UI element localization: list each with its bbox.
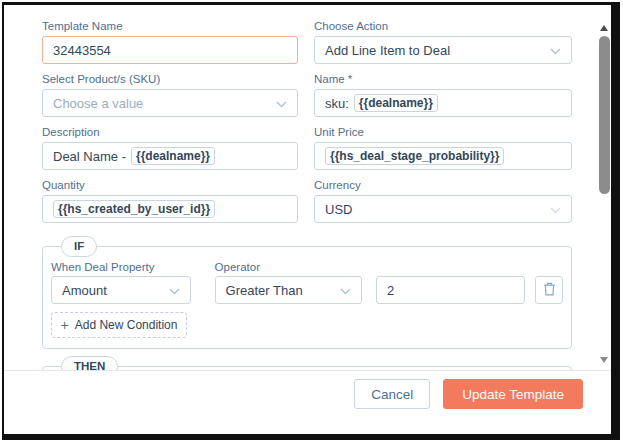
chevron-down-icon bbox=[550, 43, 561, 58]
if-badge: IF bbox=[61, 236, 97, 257]
quantity-input[interactable]: {{hs_created_by_user_id}} bbox=[42, 195, 298, 223]
chevron-down-icon bbox=[276, 96, 287, 111]
add-new-condition-label: Add New Condition bbox=[75, 318, 178, 332]
cancel-button[interactable]: Cancel bbox=[354, 379, 430, 409]
vertical-scrollbar bbox=[598, 5, 611, 370]
unit-price-input[interactable]: {{hs_deal_stage_probability}} bbox=[314, 142, 572, 170]
field-currency: Currency USD bbox=[314, 179, 572, 223]
created-by-user-id-token: {{hs_created_by_user_id}} bbox=[53, 200, 215, 218]
description-label: Description bbox=[42, 126, 298, 139]
chevron-down-icon bbox=[340, 283, 351, 298]
choose-action-select[interactable]: Add Line Item to Deal bbox=[314, 36, 572, 64]
condition-value-field bbox=[376, 276, 525, 304]
name-prefix-text: sku: bbox=[325, 96, 349, 111]
currency-label: Currency bbox=[314, 179, 572, 192]
modal-footer: Cancel Update Template bbox=[4, 370, 611, 434]
unit-price-label: Unit Price bbox=[314, 126, 572, 139]
name-label: Name * bbox=[314, 73, 572, 86]
choose-action-label: Choose Action bbox=[314, 20, 572, 33]
scroll-up-icon[interactable] bbox=[600, 25, 608, 31]
field-unit-price: Unit Price {{hs_deal_stage_probability}} bbox=[314, 126, 572, 170]
field-template-name: Template Name bbox=[42, 20, 298, 64]
update-template-button[interactable]: Update Template bbox=[443, 379, 583, 409]
select-products-placeholder: Choose a value bbox=[53, 96, 143, 111]
field-choose-action: Choose Action Add Line Item to Deal bbox=[314, 20, 572, 64]
condition-operator-field: Operator Greater Than bbox=[215, 261, 362, 304]
description-input[interactable]: Deal Name - {{dealname}} bbox=[42, 142, 298, 170]
plus-icon: + bbox=[61, 318, 69, 332]
chevron-down-icon bbox=[550, 202, 561, 217]
scrollbar-thumb[interactable] bbox=[599, 36, 610, 194]
delete-condition-button[interactable] bbox=[535, 276, 563, 304]
when-deal-property-value: Amount bbox=[62, 283, 107, 298]
dealname-token: {{dealname}} bbox=[354, 94, 438, 112]
if-section: IF When Deal Property Amount Operator Gr… bbox=[42, 246, 572, 349]
template-name-input[interactable] bbox=[42, 36, 298, 64]
operator-select[interactable]: Greater Than bbox=[215, 276, 362, 304]
scroll-down-icon[interactable] bbox=[600, 357, 608, 363]
condition-value-input[interactable] bbox=[376, 276, 525, 304]
condition-property-field: When Deal Property Amount bbox=[51, 261, 191, 304]
operator-value: Greater Than bbox=[226, 283, 303, 298]
trash-icon bbox=[543, 282, 556, 299]
description-prefix-text: Deal Name - bbox=[53, 149, 126, 164]
field-name: Name * sku: {{dealname}} bbox=[314, 73, 572, 117]
select-products-select[interactable]: Choose a value bbox=[42, 89, 298, 117]
field-description: Description Deal Name - {{dealname}} bbox=[42, 126, 298, 170]
dealname-token: {{dealname}} bbox=[131, 147, 215, 165]
condition-row: When Deal Property Amount Operator Great… bbox=[51, 261, 563, 304]
field-select-products: Select Product/s (SKU) Choose a value bbox=[42, 73, 298, 117]
name-input[interactable]: sku: {{dealname}} bbox=[314, 89, 572, 117]
when-deal-property-label: When Deal Property bbox=[51, 261, 191, 273]
operator-label: Operator bbox=[215, 261, 362, 273]
template-name-label: Template Name bbox=[42, 20, 298, 33]
field-quantity: Quantity {{hs_created_by_user_id}} bbox=[42, 179, 298, 223]
chevron-down-icon bbox=[169, 283, 180, 298]
when-deal-property-select[interactable]: Amount bbox=[51, 276, 191, 304]
currency-value: USD bbox=[325, 202, 352, 217]
choose-action-value: Add Line Item to Deal bbox=[325, 43, 450, 58]
update-template-modal: Template Name Choose Action Add Line Ite… bbox=[2, 2, 620, 440]
select-products-label: Select Product/s (SKU) bbox=[42, 73, 298, 86]
modal-body: Template Name Choose Action Add Line Ite… bbox=[4, 5, 611, 404]
quantity-label: Quantity bbox=[42, 179, 298, 192]
fields-grid: Template Name Choose Action Add Line Ite… bbox=[42, 20, 572, 232]
currency-select[interactable]: USD bbox=[314, 195, 572, 223]
add-new-condition-button[interactable]: + Add New Condition bbox=[51, 312, 187, 338]
deal-stage-probability-token: {{hs_deal_stage_probability}} bbox=[325, 147, 504, 165]
